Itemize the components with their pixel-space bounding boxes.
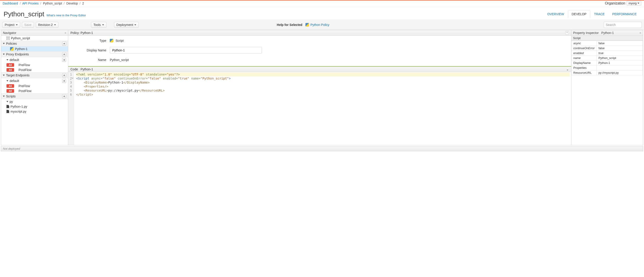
tab-overview[interactable]: OVERVIEW bbox=[544, 10, 568, 18]
chevron-down-icon bbox=[6, 101, 8, 102]
property-row[interactable]: enabledtrue bbox=[572, 51, 643, 56]
navigator-policy-item[interactable]: Python-1 bbox=[1, 46, 68, 51]
tab-performance[interactable]: PERFORMANCE bbox=[608, 10, 640, 18]
property-key: name bbox=[572, 56, 596, 60]
navigator-proxy-endpoints-header[interactable]: Proxy Endpoints + bbox=[1, 51, 68, 57]
property-value[interactable]: py://myscript.py bbox=[596, 70, 643, 75]
property-row[interactable]: ResourceURLpy://myscript.py bbox=[572, 70, 643, 75]
deployment-dropdown[interactable]: Deployment bbox=[114, 22, 139, 28]
tab-trace[interactable]: TRACE bbox=[590, 10, 608, 18]
python-icon bbox=[306, 23, 309, 26]
navigator-title: Navigator bbox=[3, 31, 16, 35]
target-endpoints-label: Target Endpoints bbox=[6, 73, 30, 77]
property-row[interactable]: continueOnErrorfalse bbox=[572, 46, 643, 51]
property-table: asyncfalsecontinueOnErrorfalseenabledtru… bbox=[571, 41, 643, 75]
navigator-target-endpoints-header[interactable]: Target Endpoints + bbox=[1, 72, 68, 78]
add-script-button[interactable]: + bbox=[62, 94, 66, 98]
chevron-down-icon bbox=[6, 59, 8, 60]
code-panel-label: Code bbox=[70, 67, 78, 71]
navigator-script-file[interactable]: myscript.py bbox=[1, 109, 68, 114]
add-flow-button[interactable]: + bbox=[62, 79, 66, 83]
navigator-proxy-preflow[interactable]: All PreFlow bbox=[1, 62, 68, 67]
organization-name: myorg bbox=[628, 1, 636, 5]
property-row[interactable]: asyncfalse bbox=[572, 41, 643, 46]
organization-dropdown[interactable]: myorg bbox=[626, 1, 641, 5]
breadcrumb: Dashboard / API Proxies / Python_script … bbox=[3, 1, 84, 5]
policy-item-label: Python-1 bbox=[15, 47, 28, 51]
navigator-scripts-lang[interactable]: py bbox=[1, 99, 68, 104]
all-badge: All bbox=[6, 84, 14, 88]
navigator-root[interactable]: Python_script bbox=[1, 36, 68, 41]
property-key: enabled bbox=[572, 51, 596, 56]
code-editor[interactable]: 123456 <?xml version="1.0" encoding="UTF… bbox=[68, 72, 571, 145]
inspector-section: Script bbox=[571, 36, 643, 41]
property-value[interactable]: Python_script bbox=[596, 56, 643, 60]
property-key: DisplayName bbox=[572, 60, 596, 65]
organization-label: Organization bbox=[605, 1, 625, 5]
collapse-right-icon[interactable]: » bbox=[640, 31, 641, 34]
chevron-down-icon bbox=[3, 96, 5, 97]
breadcrumb-dashboard[interactable]: Dashboard bbox=[3, 1, 18, 5]
help-policy-link[interactable]: Python Policy bbox=[310, 23, 330, 26]
navigator-policies-header[interactable]: Policies + bbox=[1, 41, 68, 46]
tab-develop[interactable]: DEVELOP bbox=[568, 10, 590, 18]
navigator-target-default[interactable]: default + bbox=[1, 78, 68, 83]
deployment-status: Not deployed bbox=[1, 146, 643, 151]
project-dropdown[interactable]: Project bbox=[2, 22, 20, 28]
navigator-target-postflow[interactable]: All PostFlow bbox=[1, 88, 68, 93]
script-file-label: Python-1.py bbox=[10, 105, 27, 108]
tools-dropdown[interactable]: Tools bbox=[91, 22, 106, 28]
navigator-script-file[interactable]: Python-1.py bbox=[1, 104, 68, 109]
property-value[interactable]: false bbox=[596, 46, 643, 51]
chevron-down-icon bbox=[3, 54, 5, 55]
save-button[interactable]: Save bbox=[22, 22, 34, 28]
property-key: continueOnError bbox=[572, 46, 596, 51]
add-policy-button[interactable]: + bbox=[62, 41, 66, 45]
help-for-selected-label: Help for Selected bbox=[277, 23, 302, 26]
main-tabs: OVERVIEW DEVELOP TRACE PERFORMANCE bbox=[544, 10, 640, 18]
revision-dropdown[interactable]: Revision 2 bbox=[36, 22, 58, 28]
code-gutter: 123456 bbox=[68, 72, 74, 145]
postflow-label: PostFlow bbox=[18, 68, 32, 72]
display-name-input[interactable] bbox=[110, 47, 262, 54]
navigator-root-label: Python_script bbox=[11, 36, 30, 40]
breadcrumb-proxies[interactable]: API Proxies bbox=[22, 1, 38, 5]
collapse-down-icon[interactable]: ⌄ bbox=[566, 67, 569, 71]
add-target-endpoint-button[interactable]: + bbox=[62, 73, 66, 77]
inspector-subtitle: Python-1 bbox=[601, 31, 614, 35]
property-value[interactable]: Python-1 bbox=[596, 60, 643, 65]
script-file-label: myscript.py bbox=[10, 110, 26, 113]
postflow-label: PostFlow bbox=[18, 89, 32, 93]
navigator-proxy-postflow[interactable]: All PostFlow bbox=[1, 67, 68, 72]
scripts-lang-label: py bbox=[10, 100, 13, 103]
all-badge: All bbox=[6, 63, 14, 67]
file-icon bbox=[6, 110, 9, 113]
breadcrumb-develop: Develop bbox=[66, 1, 78, 5]
property-row[interactable]: DisplayNamePython-1 bbox=[572, 60, 643, 65]
navigator-proxy-default[interactable]: default + bbox=[1, 57, 68, 62]
collapse-up-icon[interactable]: ^ bbox=[565, 31, 569, 35]
chevron-down-icon bbox=[3, 75, 5, 76]
page-title: Python_script bbox=[4, 10, 44, 18]
property-key: ResourceURL bbox=[572, 70, 596, 75]
chevron-down-icon bbox=[54, 24, 56, 25]
add-proxy-endpoint-button[interactable]: + bbox=[62, 52, 66, 56]
property-value[interactable]: true bbox=[596, 51, 643, 56]
python-icon bbox=[10, 47, 14, 51]
add-flow-button[interactable]: + bbox=[62, 58, 66, 62]
navigator-scripts-header[interactable]: Scripts + bbox=[1, 93, 68, 99]
display-name-label: Display Name bbox=[73, 48, 106, 52]
property-row[interactable]: Properties bbox=[572, 65, 643, 70]
property-row[interactable]: namePython_script bbox=[572, 56, 643, 60]
file-icon bbox=[6, 105, 9, 108]
navigator-target-preflow[interactable]: All PreFlow bbox=[1, 83, 68, 88]
collapse-left-icon[interactable]: « bbox=[64, 31, 66, 34]
property-value[interactable]: false bbox=[596, 41, 643, 46]
chevron-down-icon bbox=[16, 24, 18, 25]
property-value[interactable] bbox=[596, 65, 643, 70]
search-input[interactable] bbox=[604, 22, 642, 28]
whats-new-link[interactable]: What's new in the Proxy Editor bbox=[46, 14, 86, 17]
document-icon bbox=[6, 37, 10, 40]
type-label: Type bbox=[73, 39, 106, 42]
proxy-endpoints-label: Proxy Endpoints bbox=[6, 52, 29, 56]
